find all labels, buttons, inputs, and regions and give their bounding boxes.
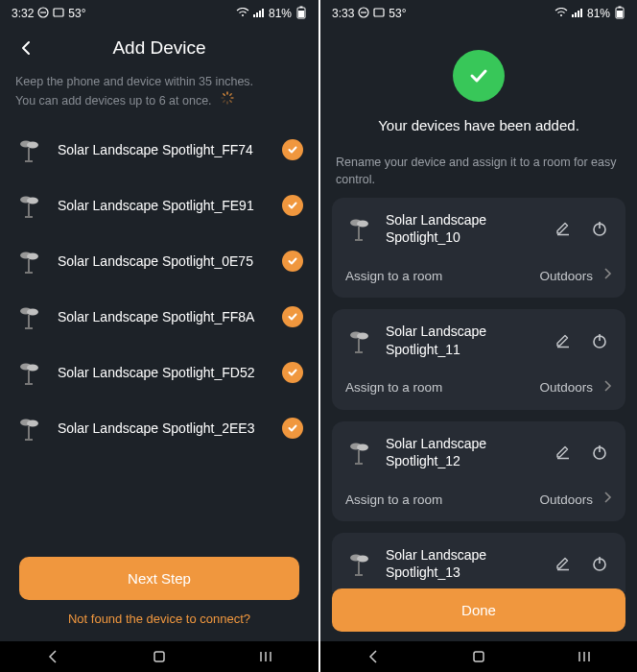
spotlight-icon xyxy=(15,247,44,276)
svg-rect-10 xyxy=(300,6,303,8)
instruction-line: Keep the phone and device within 35 inch… xyxy=(15,73,303,91)
device-name: Solar Landscape Spotlight_13 xyxy=(386,546,539,581)
wifi-icon xyxy=(236,7,249,20)
svg-point-32 xyxy=(27,308,38,315)
clock: 3:32 xyxy=(12,7,34,20)
svg-rect-52 xyxy=(575,12,577,17)
power-button[interactable] xyxy=(587,551,612,576)
next-step-button[interactable]: Next Step xyxy=(19,557,299,600)
signal-icon xyxy=(572,7,583,20)
svg-line-12 xyxy=(230,94,231,95)
battery-icon xyxy=(295,6,307,22)
sub-message: Rename your device and assign it to a ro… xyxy=(320,151,637,198)
battery-icon xyxy=(614,6,625,22)
nav-back-button[interactable] xyxy=(354,649,392,664)
svg-point-50 xyxy=(560,14,562,16)
assign-room-row[interactable]: Assign to a roomOutdoors xyxy=(332,368,625,410)
edit-button[interactable] xyxy=(551,328,576,353)
status-bar: 3:32 53° 81% xyxy=(0,0,318,27)
selected-check-icon xyxy=(282,306,303,327)
battery-text: 81% xyxy=(587,7,610,20)
dnd-icon xyxy=(358,7,369,21)
power-button[interactable] xyxy=(587,216,612,241)
device-cards: Solar Landscape Spotlight_10Assign to a … xyxy=(320,198,637,592)
spotlight-icon xyxy=(345,549,374,578)
success-message: Your devices have been added. xyxy=(336,117,622,133)
assign-room-row[interactable]: Assign to a roomOutdoors xyxy=(332,479,625,521)
power-button[interactable] xyxy=(587,440,612,465)
svg-point-59 xyxy=(357,221,368,228)
battery-text: 81% xyxy=(269,7,292,20)
assign-label: Assign to a room xyxy=(345,380,530,395)
nav-back-button[interactable] xyxy=(34,649,72,664)
svg-point-28 xyxy=(27,252,38,259)
done-button[interactable]: Done xyxy=(332,588,625,632)
assign-label: Assign to a room xyxy=(345,492,530,507)
svg-point-20 xyxy=(27,141,38,148)
edit-button[interactable] xyxy=(551,551,576,576)
device-row[interactable]: Solar Landscape Spotlight_FE91 xyxy=(0,178,318,233)
device-row[interactable]: Solar Landscape Spotlight_FD52 xyxy=(0,345,318,400)
edit-button[interactable] xyxy=(551,216,576,241)
device-name: Solar Landscape Spotlight_FE91 xyxy=(58,198,269,213)
svg-rect-53 xyxy=(578,11,579,17)
nav-home-button[interactable] xyxy=(140,649,178,664)
svg-point-36 xyxy=(27,364,38,371)
svg-line-14 xyxy=(230,101,231,102)
spotlight-icon xyxy=(345,326,374,355)
spotlight-icon xyxy=(15,358,44,387)
temperature: 53° xyxy=(389,7,406,20)
room-value: Outdoors xyxy=(539,269,593,283)
nav-home-button[interactable] xyxy=(460,649,498,664)
svg-rect-54 xyxy=(580,9,582,17)
nav-recents-button[interactable] xyxy=(247,649,285,664)
svg-rect-6 xyxy=(259,11,261,17)
device-list: Solar Landscape Spotlight_FF74Solar Land… xyxy=(0,122,318,544)
spotlight-icon xyxy=(345,214,374,243)
device-row[interactable]: Solar Landscape Spotlight_FF8A xyxy=(0,289,318,345)
svg-rect-9 xyxy=(298,11,304,17)
nav-recents-button[interactable] xyxy=(565,649,603,664)
svg-line-18 xyxy=(224,94,224,95)
svg-point-66 xyxy=(357,332,368,339)
android-nav-bar xyxy=(0,641,318,672)
device-row[interactable]: Solar Landscape Spotlight_FF74 xyxy=(0,122,318,178)
device-name: Solar Landscape Spotlight_FF74 xyxy=(58,142,269,157)
svg-point-24 xyxy=(27,197,38,204)
selected-check-icon xyxy=(282,195,303,216)
svg-rect-7 xyxy=(262,9,264,17)
android-nav-bar xyxy=(320,641,637,672)
success-check-icon xyxy=(453,50,505,102)
image-icon xyxy=(373,7,385,21)
header: Add Device xyxy=(0,27,318,65)
device-row[interactable]: Solar Landscape Spotlight_2EE3 xyxy=(0,400,318,456)
device-card: Solar Landscape Spotlight_13Assign to a … xyxy=(332,533,625,592)
signal-icon xyxy=(253,7,265,20)
temperature: 53° xyxy=(68,7,85,20)
device-name: Solar Landscape Spotlight_0E75 xyxy=(58,253,269,269)
bottom-actions: Next Step Not found the device to connec… xyxy=(0,543,318,641)
edit-button[interactable] xyxy=(551,440,576,465)
assign-room-row[interactable]: Assign to a roomOutdoors xyxy=(332,255,625,298)
svg-rect-56 xyxy=(617,11,623,17)
phone-add-device: 3:32 53° 81% Add xyxy=(0,0,318,672)
svg-point-80 xyxy=(357,556,368,563)
spotlight-icon xyxy=(15,191,44,220)
device-card: Solar Landscape Spotlight_10Assign to a … xyxy=(332,198,625,298)
spotlight-icon xyxy=(15,302,44,331)
device-name: Solar Landscape Spotlight_11 xyxy=(386,323,539,357)
status-bar: 3:33 53° 81% xyxy=(320,0,637,27)
device-name: Solar Landscape Spotlight_12 xyxy=(386,435,539,469)
not-found-link[interactable]: Not found the device to connect? xyxy=(19,600,299,630)
selected-check-icon xyxy=(282,362,303,383)
svg-rect-49 xyxy=(374,9,384,16)
room-value: Outdoors xyxy=(539,492,593,507)
spotlight-icon xyxy=(15,414,44,443)
svg-rect-86 xyxy=(474,652,484,661)
chevron-right-icon xyxy=(602,491,612,508)
device-row[interactable]: Solar Landscape Spotlight_0E75 xyxy=(0,233,318,289)
power-button[interactable] xyxy=(587,328,612,353)
phone-devices-added: 3:33 53° 81% Your xyxy=(318,0,637,672)
selected-check-icon xyxy=(282,418,303,439)
spotlight-icon xyxy=(15,135,44,164)
